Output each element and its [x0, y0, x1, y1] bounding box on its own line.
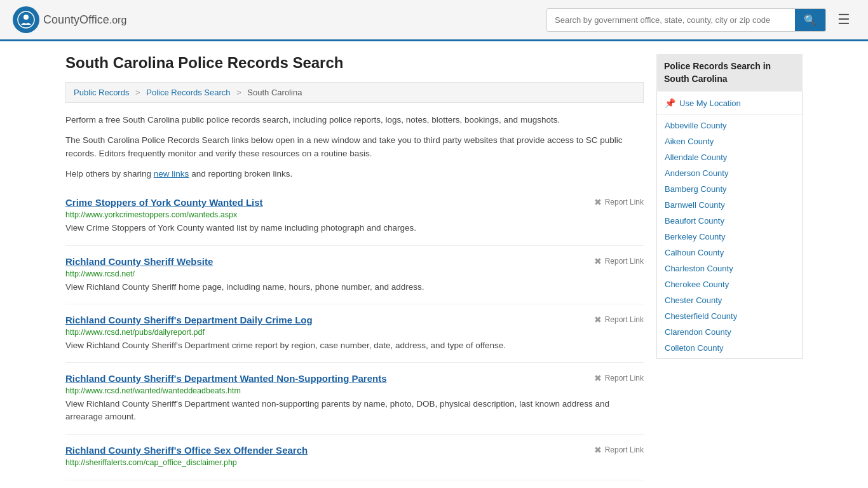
result-url-0: http://www.yorkcrimestoppers.com/wanteds… — [65, 210, 644, 219]
sidebar-county-item: Barnwell County — [657, 197, 802, 213]
sidebar-county-item: Cherokee County — [657, 276, 802, 292]
content-area: South Carolina Police Records Search Pub… — [65, 54, 644, 480]
logo-text: CountyOffice.org — [43, 13, 126, 27]
result-header-2: Richland County Sheriff's Department Dai… — [65, 315, 644, 325]
sidebar-county-item: Calhoun County — [657, 245, 802, 261]
result-item: Richland County Sheriff's Office Sex Off… — [65, 435, 644, 480]
result-item: Richland County Sheriff Website ✖ Report… — [65, 246, 644, 304]
result-link-3[interactable]: Richland County Sheriff's Department Wan… — [65, 373, 387, 384]
use-my-location-label: Use My Location — [679, 98, 741, 108]
sidebar-county-item: Chester County — [657, 292, 802, 308]
report-link-2[interactable]: ✖ Report Link — [594, 315, 644, 325]
logo-icon — [13, 6, 39, 33]
sidebar-title: Police Records Search in South Carolina — [656, 54, 803, 92]
result-item: Richland County Sheriff's Department Wan… — [65, 363, 644, 435]
county-link-8[interactable]: Calhoun County — [665, 248, 724, 257]
result-item: Richland County Sheriff's Department Dai… — [65, 304, 644, 363]
page-title: South Carolina Police Records Search — [65, 54, 644, 72]
result-title-3: Richland County Sheriff's Department Wan… — [65, 373, 387, 384]
result-header-3: Richland County Sheriff's Department Wan… — [65, 373, 644, 384]
result-url-1: http://www.rcsd.net/ — [65, 269, 644, 278]
county-link-5[interactable]: Barnwell County — [665, 200, 725, 210]
result-url-4: http://sheriffalerts.com/cap_office_disc… — [65, 458, 644, 467]
logo-area: CountyOffice.org — [13, 6, 126, 33]
header-right: 🔍 ☰ — [546, 8, 855, 32]
hamburger-menu-icon[interactable]: ☰ — [832, 9, 855, 30]
sidebar-county-item: Beaufort County — [657, 213, 802, 229]
report-icon-3: ✖ — [594, 373, 602, 383]
county-link-9[interactable]: Charleston County — [665, 264, 733, 273]
main-container: South Carolina Police Records Search Pub… — [53, 41, 815, 488]
county-list: Abbeville CountyAiken CountyAllendale Co… — [657, 115, 802, 358]
report-link-0[interactable]: ✖ Report Link — [594, 197, 644, 207]
result-link-4[interactable]: Richland County Sheriff's Office Sex Off… — [65, 445, 308, 456]
result-desc-0: View Crime Stoppers of York County wante… — [65, 222, 644, 234]
sidebar-county-item: Charleston County — [657, 261, 802, 276]
county-link-14[interactable]: Colleton County — [665, 343, 724, 353]
result-title-2: Richland County Sheriff's Department Dai… — [65, 315, 313, 325]
result-link-2[interactable]: Richland County Sheriff's Department Dai… — [65, 315, 313, 325]
county-link-0[interactable]: Abbeville County — [665, 121, 727, 130]
county-link-1[interactable]: Aiken County — [665, 137, 714, 146]
description-2: The South Carolina Police Records Search… — [65, 133, 644, 161]
result-desc-3: View Richland County Sheriff's Departmen… — [65, 398, 644, 424]
breadcrumb-current: South Carolina — [247, 88, 302, 97]
result-title-0: Crime Stoppers of York County Wanted Lis… — [65, 197, 263, 208]
sidebar-county-item: Colleton County — [657, 340, 802, 356]
sidebar-county-item: Anderson County — [657, 165, 802, 181]
sidebar-county-item: Bamberg County — [657, 181, 802, 197]
new-links-link[interactable]: new links — [154, 169, 189, 179]
result-item: Crime Stoppers of York County Wanted Lis… — [65, 187, 644, 245]
county-link-2[interactable]: Allendale County — [665, 152, 727, 162]
county-link-3[interactable]: Anderson County — [665, 168, 728, 178]
report-link-4[interactable]: ✖ Report Link — [594, 445, 644, 455]
result-link-1[interactable]: Richland County Sheriff Website — [65, 256, 213, 267]
breadcrumb-public-records[interactable]: Public Records — [74, 88, 129, 97]
report-icon-4: ✖ — [594, 445, 602, 455]
county-link-13[interactable]: Clarendon County — [665, 327, 731, 337]
breadcrumb-police-records[interactable]: Police Records Search — [146, 88, 230, 97]
description-3: Help others by sharing new links and rep… — [65, 167, 644, 181]
search-button[interactable]: 🔍 — [795, 9, 825, 31]
result-url-2: http://www.rcsd.net/pubs/dailyreport.pdf — [65, 328, 644, 337]
report-icon-0: ✖ — [594, 197, 602, 207]
county-link-7[interactable]: Berkeley County — [665, 232, 725, 241]
location-pin-icon: 📌 — [665, 98, 675, 108]
result-header-1: Richland County Sheriff Website ✖ Report… — [65, 256, 644, 267]
result-title-1: Richland County Sheriff Website — [65, 256, 213, 267]
result-title-4: Richland County Sheriff's Office Sex Off… — [65, 445, 308, 456]
report-icon-2: ✖ — [594, 315, 602, 325]
description-1: Perform a free South Carolina public pol… — [65, 113, 644, 127]
result-url-3: http://www.rcsd.net/wanted/wanteddeadbea… — [65, 386, 644, 395]
search-bar: 🔍 — [546, 8, 826, 32]
county-link-11[interactable]: Chester County — [665, 295, 722, 305]
search-input[interactable] — [547, 10, 795, 30]
county-link-12[interactable]: Chesterfield County — [665, 311, 737, 321]
sidebar-county-item: Berkeley County — [657, 229, 802, 245]
county-link-10[interactable]: Cherokee County — [665, 280, 729, 289]
header: CountyOffice.org 🔍 ☰ — [0, 0, 868, 41]
result-link-0[interactable]: Crime Stoppers of York County Wanted Lis… — [65, 197, 263, 208]
result-header-4: Richland County Sheriff's Office Sex Off… — [65, 445, 644, 456]
results-container: Crime Stoppers of York County Wanted Lis… — [65, 187, 644, 480]
county-link-4[interactable]: Bamberg County — [665, 184, 727, 194]
report-link-1[interactable]: ✖ Report Link — [594, 256, 644, 266]
sidebar-county-item: Chesterfield County — [657, 308, 802, 324]
sidebar-county-item: Allendale County — [657, 149, 802, 165]
svg-point-1 — [24, 15, 29, 20]
sidebar-content: 📌 Use My Location Abbeville CountyAiken … — [656, 92, 803, 359]
use-my-location[interactable]: 📌 Use My Location — [657, 92, 802, 115]
logo-suffix: .org — [109, 15, 127, 25]
county-link-6[interactable]: Beaufort County — [665, 216, 724, 226]
sidebar-county-item: Abbeville County — [657, 118, 802, 133]
sidebar-county-item: Aiken County — [657, 133, 802, 149]
result-desc-2: View Richland County Sheriff's Departmen… — [65, 339, 644, 352]
report-icon-1: ✖ — [594, 256, 602, 266]
report-link-3[interactable]: ✖ Report Link — [594, 373, 644, 383]
result-header-0: Crime Stoppers of York County Wanted Lis… — [65, 197, 644, 208]
result-desc-1: View Richland County Sheriff home page, … — [65, 281, 644, 294]
logo-name: CountyOffice — [43, 13, 109, 26]
sidebar: Police Records Search in South Carolina … — [656, 54, 803, 480]
sidebar-county-item: Clarendon County — [657, 324, 802, 340]
breadcrumb: Public Records > Police Records Search >… — [65, 82, 644, 103]
